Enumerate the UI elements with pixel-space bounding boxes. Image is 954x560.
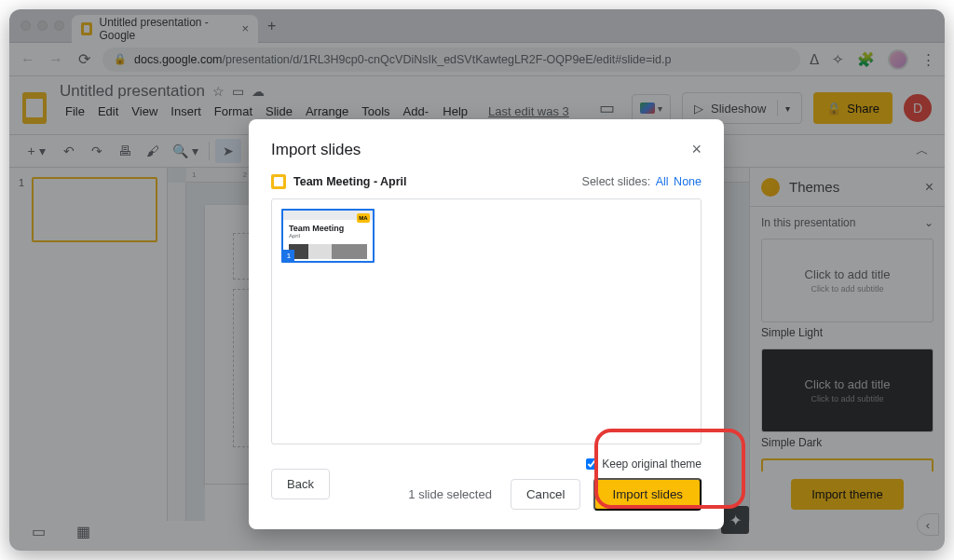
slides-icon [271,174,286,189]
select-slides-controls: Select slides: All None [582,175,702,188]
thumb-number: 1 [283,250,294,261]
source-presentation-name: Team Meeting - April [271,174,407,189]
back-button[interactable]: Back [271,469,330,499]
badge: MA [357,213,370,223]
select-all-link[interactable]: All [656,175,669,188]
keep-original-theme-checkbox[interactable]: Keep original theme [586,458,702,471]
close-icon[interactable]: × [691,140,702,159]
select-none-link[interactable]: None [674,175,702,188]
slides-selection-grid: MA Team Meeting April 1 [271,198,702,444]
dialog-title: Import slides [271,141,361,159]
selection-count: 1 slide selected [408,487,492,501]
keep-theme-input[interactable] [586,458,597,470]
import-slide-thumb-1[interactable]: MA Team Meeting April 1 [281,209,375,263]
import-slides-button[interactable]: Import slides [593,478,702,511]
import-slides-dialog: Import slides × Team Meeting - April Sel… [249,119,724,529]
cancel-button[interactable]: Cancel [511,479,581,510]
